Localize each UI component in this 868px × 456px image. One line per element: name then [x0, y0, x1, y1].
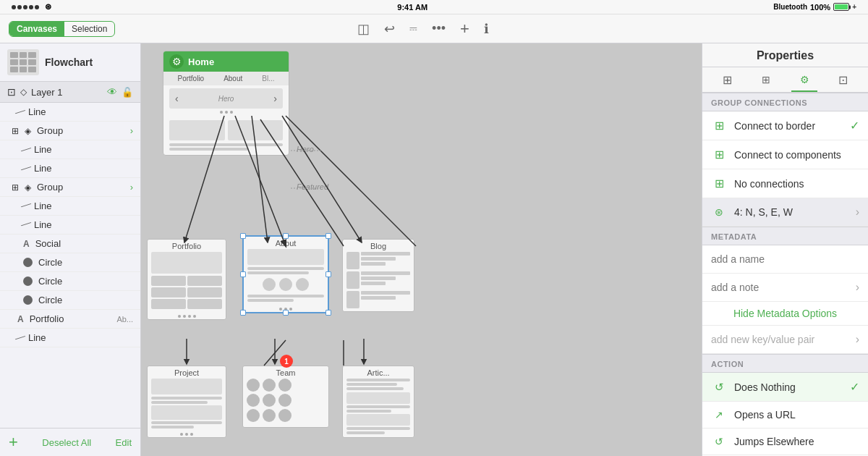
list-item[interactable]: ╱ Line	[0, 140, 140, 159]
tab-style[interactable]: ⊞	[753, 72, 779, 92]
item-label: Circle	[38, 276, 62, 287]
view-toggle[interactable]: Canvases Selection	[9, 21, 115, 37]
info-icon[interactable]: ℹ	[484, 21, 489, 37]
note-field[interactable]: ›	[702, 274, 868, 302]
opens-url-row[interactable]: ↗ Opens a URL	[702, 402, 868, 428]
sidebar: Flowchart ⊡ ◇ Layer 1 👁 🔓 ╱ Line ⊞ ◈ Gro…	[0, 43, 141, 456]
does-nothing-row[interactable]: ↺ Does Nothing ✓	[702, 373, 868, 402]
copy-icon[interactable]: ⎓	[409, 21, 417, 36]
item-label: Portfolio	[30, 313, 111, 324]
project-card[interactable]: Project	[147, 366, 226, 438]
bluetooth-icon: Bluetooth	[773, 3, 807, 11]
main-toolbar: Canvases Selection ◫ ↩ ⎓ ••• + ℹ	[0, 14, 868, 43]
selection-button[interactable]: Selection	[64, 22, 114, 36]
sidebar-footer: + Deselect All Edit	[0, 428, 140, 456]
properties-title: Properties	[702, 43, 868, 67]
direction-label: 4: N, S, E, W	[734, 206, 848, 218]
layer-header[interactable]: ⊡ ◇ Layer 1 👁 🔓	[0, 82, 140, 103]
text-icon: A	[23, 239, 30, 249]
connect-components-row[interactable]: ⊞ Connect to components	[702, 140, 868, 169]
layer-label: Layer 1	[31, 87, 103, 98]
tab-more[interactable]: ⊡	[830, 72, 856, 92]
kv-arrow: ›	[856, 333, 859, 346]
battery-label: 100%	[810, 3, 830, 12]
line-icon: ╱	[14, 332, 25, 342]
blog-card[interactable]: Blog	[342, 239, 414, 312]
tab-layout[interactable]: ⊞	[715, 72, 741, 92]
lock-icon[interactable]: 🔓	[122, 87, 133, 98]
notification-badge: 1	[280, 355, 293, 368]
circle-icon	[23, 258, 33, 267]
opens-url-label: Opens a URL	[734, 409, 859, 421]
connect-border-check: ✓	[850, 119, 859, 132]
list-item[interactable]: ⊞ ◈ Group ›	[0, 122, 140, 140]
note-input[interactable]	[711, 282, 856, 293]
jumps-icon: ↺	[711, 436, 727, 447]
name-field[interactable]	[702, 245, 868, 274]
item-label: Social	[35, 238, 61, 249]
list-item[interactable]: ╱ Line	[0, 329, 140, 347]
nav-item-blog: Bl...	[262, 75, 274, 83]
jumps-label: Jumps Elsewhere	[734, 436, 859, 447]
team-card[interactable]: Team	[242, 366, 329, 428]
list-item[interactable]: ╱ Line	[0, 216, 140, 235]
connection-direction-row[interactable]: ⊛ 4: N, S, E, W ›	[702, 198, 868, 227]
direction-arrow: ›	[856, 206, 859, 219]
list-item[interactable]: Circle	[0, 291, 140, 310]
circle-icon	[23, 295, 33, 305]
list-item[interactable]: Circle	[0, 272, 140, 291]
kv-field[interactable]: add new key/value pair ›	[702, 326, 868, 354]
home-card[interactable]: ⚙ Home Portfolio About Bl... ‹ Hero ›	[163, 51, 289, 156]
arrow-icon: ›	[130, 125, 133, 136]
layer-list: ╱ Line ⊞ ◈ Group › ╱ Line ╱ Line ⊞	[0, 103, 140, 428]
list-item[interactable]: ╱ Line	[0, 159, 140, 178]
list-item[interactable]: A Portfolio Ab...	[0, 310, 140, 329]
note-arrow: ›	[856, 281, 859, 294]
item-extra: Ab...	[116, 315, 133, 324]
center-tools: ◫ ↩ ⎓ ••• + ℹ	[357, 20, 489, 38]
deselect-all-button[interactable]: Deselect All	[42, 437, 91, 448]
add-layer-button[interactable]: +	[9, 433, 18, 452]
connect-components-label: Connect to components	[734, 149, 859, 161]
tab-settings[interactable]: ⚙	[791, 72, 817, 92]
list-item[interactable]: A Social	[0, 235, 140, 253]
svg-line-7	[282, 116, 362, 242]
connect-border-icon: ⊞	[711, 119, 727, 132]
name-input[interactable]	[711, 253, 859, 265]
list-item[interactable]: Circle	[0, 253, 140, 272]
circle-icon	[23, 276, 33, 286]
add-icon[interactable]: +	[460, 20, 469, 38]
list-item[interactable]: ╱ Line	[0, 103, 140, 122]
item-label: Line	[34, 144, 52, 155]
grid-icon[interactable]: ◫	[357, 21, 370, 37]
list-item[interactable]: ⊞ ◈ Group ›	[0, 178, 140, 197]
canvas-area[interactable]: ⚙ Home Portfolio About Bl... ‹ Hero ›	[141, 43, 702, 456]
select-icon: ⊡	[7, 86, 16, 98]
about-card[interactable]: About	[242, 235, 329, 313]
svg-line-2	[286, 116, 416, 246]
no-connections-icon: ⊞	[711, 177, 727, 190]
sidebar-header: Flowchart	[0, 43, 140, 82]
group-connections-header: GROUP CONNECTIONS	[702, 93, 868, 111]
item-label: Line	[28, 332, 46, 343]
no-connections-row[interactable]: ⊞ No connections	[702, 169, 868, 198]
jumps-elsewhere-row[interactable]: ↺ Jumps Elsewhere	[702, 428, 868, 455]
undo-icon[interactable]: ↩	[384, 21, 395, 37]
more-icon[interactable]: •••	[432, 21, 446, 36]
properties-tabs: ⊞ ⊞ ⚙ ⊡	[702, 67, 868, 93]
portfolio-card[interactable]: Portfolio	[147, 239, 226, 320]
canvas-thumbnail	[7, 49, 39, 75]
list-item[interactable]: ╱ Line	[0, 197, 140, 216]
connect-components-icon: ⊞	[711, 148, 727, 161]
edit-button[interactable]: Edit	[116, 437, 132, 448]
wifi-icon: ⊛	[45, 2, 51, 12]
eye-icon[interactable]: 👁	[107, 86, 117, 98]
properties-panel: Properties ⊞ ⊞ ⚙ ⊡ GROUP CONNECTIONS ⊞ C…	[702, 43, 868, 456]
connect-border-row[interactable]: ⊞ Connect to border ✓	[702, 111, 868, 140]
direction-icon: ⊛	[711, 206, 727, 218]
kv-placeholder: add new key/value pair	[711, 334, 856, 345]
item-label: Circle	[38, 257, 62, 268]
canvases-button[interactable]: Canvases	[9, 22, 64, 36]
hide-metadata-button[interactable]: Hide Metadata Options	[702, 302, 868, 326]
article-card[interactable]: Artic...	[342, 366, 414, 438]
